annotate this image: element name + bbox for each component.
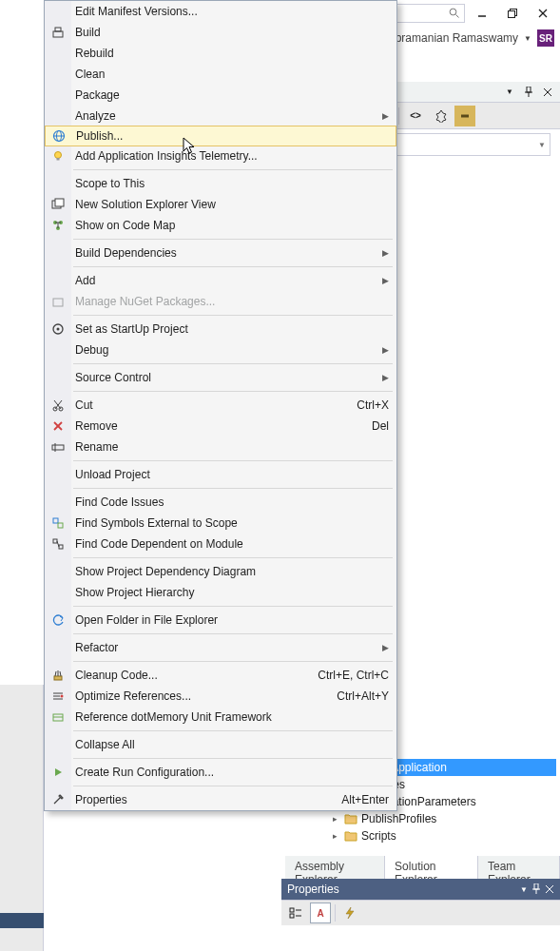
menu-item-build-dependencies[interactable]: Build Dependencies▶ [45,243,396,263]
menu-item-new-solution-explorer-view[interactable]: New Solution Explorer View [45,194,396,215]
cut-icon [49,397,67,414]
menu-item-analyze[interactable]: Analyze▶ [45,106,396,126]
menu-item-build[interactable]: Build [45,22,396,43]
folder-icon [344,812,357,825]
menu-item-package[interactable]: Package [45,85,396,106]
new-view-icon [49,196,67,213]
menu-item-collapse-all[interactable]: Collapse All [45,734,396,755]
events-button[interactable] [339,902,360,923]
menu-item-source-control[interactable]: Source Control▶ [45,367,396,388]
close-button[interactable] [530,4,556,23]
menu-item-label: Find Code Dependent on Module [75,537,243,551]
submenu-arrow-icon: ▶ [382,643,389,652]
menu-item-label: New Solution Explorer View [75,198,216,211]
menu-item-find-code-dependent-on-module[interactable]: Find Code Dependent on Module [45,534,396,554]
tree-item[interactable]: ▸PublishProfiles [285,810,556,827]
menu-separator [73,758,393,759]
menu-item-optimize-references[interactable]: Optimize References...Ctrl+Alt+Y [45,686,396,707]
user-badge[interactable]: SR [537,29,554,47]
expand-arrow-icon[interactable]: ▸ [329,831,340,841]
menu-item-edit-manifest-versions[interactable]: Edit Manifest Versions... [45,1,396,22]
menu-separator [73,661,393,662]
menu-separator [73,169,393,170]
svg-line-57 [55,671,56,676]
menu-item-label: Debug [75,343,108,357]
codemap-icon [49,217,67,234]
menu-separator [73,730,393,731]
menu-item-label: Rebuild [75,47,114,60]
menu-item-show-project-dependency-diagram[interactable]: Show Project Dependency Diagram [45,561,396,582]
submenu-arrow-icon: ▶ [382,248,389,258]
menu-separator [73,391,393,392]
menu-item-label: Rename [75,440,118,454]
status-bar-fragment [0,913,44,928]
expand-arrow-icon[interactable]: ▸ [329,814,340,824]
menu-item-find-symbols-external-to-scope[interactable]: Find Symbols External to Scope [45,513,396,534]
optimize-icon [49,688,67,705]
svg-rect-34 [55,199,64,206]
panel-close-icon[interactable] [539,84,556,101]
menu-item-show-project-hierarchy[interactable]: Show Project Hierarchy [45,582,396,603]
properties-header[interactable]: Properties ▼ [281,879,560,900]
menu-item-show-on-code-map[interactable]: Show on Code Map [45,215,396,236]
nuget-icon [49,293,67,310]
menu-separator [73,786,393,786]
panel-close-icon[interactable] [545,884,554,894]
panel-tab-solution-explorer[interactable]: Solution Explorer [385,856,478,879]
menu-item-label: Reference dotMemory Unit Framework [75,710,272,724]
menu-item-unload-project[interactable]: Unload Project [45,464,396,485]
run-config-icon [49,764,67,781]
panel-menu-dropdown[interactable]: ▼ [520,885,528,894]
menu-item-remove[interactable]: RemoveDel [45,416,396,437]
menu-item-clean[interactable]: Clean [45,64,396,85]
menu-item-debug[interactable]: Debug▶ [45,340,396,360]
user-name[interactable]: bramanian Ramaswamy [396,31,518,45]
panel-tab-assembly-explorer[interactable]: Assembly Explorer [285,856,385,879]
svg-rect-51 [53,518,58,523]
menu-item-refactor[interactable]: Refactor▶ [45,637,396,658]
menu-item-label: Source Control [75,371,151,384]
categorized-button[interactable] [285,902,306,923]
menu-item-add[interactable]: Add▶ [45,270,396,291]
menu-item-cut[interactable]: CutCtrl+X [45,395,396,416]
svg-rect-32 [57,158,60,161]
menu-item-properties[interactable]: PropertiesAlt+Enter [45,789,396,810]
menu-item-cleanup-code[interactable]: Cleanup Code...Ctrl+E, Ctrl+C [45,665,396,686]
folder-icon [344,829,357,843]
pin-icon[interactable] [531,883,541,895]
panel-tab-team-explorer[interactable]: Team Explorer [478,856,560,879]
menu-separator [73,488,393,489]
menu-item-rename[interactable]: Rename [45,437,396,457]
menu-item-open-folder-in-file-explorer[interactable]: Open Folder in File Explorer [45,610,396,631]
menu-item-label: Collapse All [75,738,135,751]
menu-item-reference-dotmemory-unit-framework[interactable]: Reference dotMemory Unit Framework [45,707,396,728]
menu-item-label: Build [75,26,101,39]
menu-item-scope-to-this[interactable]: Scope to This [45,173,396,194]
panel-menu-dropdown[interactable]: ▼ [501,84,518,101]
menu-shortcut: Ctrl+E, Ctrl+C [299,669,389,682]
restore-button[interactable] [499,4,526,23]
symbols-icon [49,514,67,532]
menu-item-label: Scope to This [75,177,145,190]
svg-rect-49 [52,445,64,450]
minimize-button[interactable] [469,4,495,23]
dependent-icon [49,535,67,553]
pin-icon[interactable] [520,84,537,101]
build-icon [49,24,67,41]
svg-rect-53 [53,539,57,543]
svg-rect-26 [53,31,63,37]
menu-item-create-run-configuration[interactable]: Create Run Configuration... [45,762,396,783]
svg-point-0 [450,9,456,15]
tree-item[interactable]: ApplicationManifest.xml [285,844,556,846]
alphabetical-button[interactable]: A [310,902,331,923]
tree-item[interactable]: ▸Scripts [285,827,556,844]
user-dropdown-icon[interactable]: ▼ [524,34,531,43]
menu-item-find-code-issues[interactable]: Find Code Issues [45,492,396,513]
menu-separator [73,606,393,607]
lightbulb-icon [49,147,67,165]
menu-item-publish[interactable]: Publish... [45,126,396,146]
menu-item-rebuild[interactable]: Rebuild [45,43,396,64]
menu-item-add-application-insights-telemetry[interactable]: Add Application Insights Telemetry... [45,146,396,166]
menu-item-set-as-startup-project[interactable]: Set as StartUp Project [45,319,396,340]
svg-rect-7 [527,87,531,92]
